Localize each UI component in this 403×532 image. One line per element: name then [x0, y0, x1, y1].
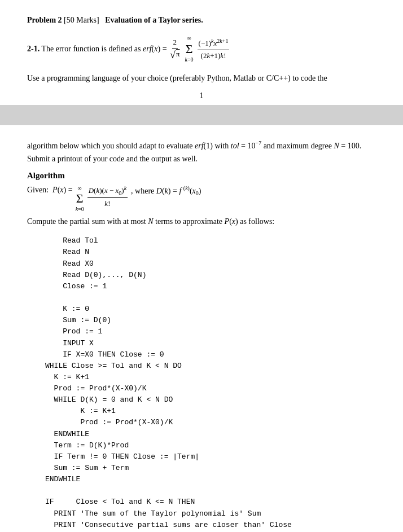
code-line-while2: WHILE D(K) = 0 and K < N DO — [45, 394, 376, 406]
problem-title: Problem 2 [50 Marks] Evaluation of a Tay… — [27, 16, 376, 25]
code-line-if-term: IF Term != 0 THEN Close := |Term| — [45, 451, 376, 463]
code-line-read-x0: Read X0 — [45, 258, 376, 270]
code-line-if-x: IF X=X0 THEN Close := 0 — [45, 349, 376, 360]
code-line-close: Close := 1 — [45, 281, 376, 292]
code-line-k0: K := 0 — [45, 304, 376, 315]
series-fraction: (−1)kx2k+1 (2k+1)k! — [198, 37, 230, 62]
code-line-endwhile1: ENDWHILE — [45, 429, 376, 440]
code-line-term: Term := D(K)*Prod — [45, 440, 376, 451]
code-line-prod: Prod := 1 — [45, 326, 376, 337]
sum-symbol-algo: ∞ Σ k=0 — [76, 184, 84, 213]
sum-symbol: ∞ Σ k=0 — [183, 34, 195, 64]
compute-line: Compute the partial sum with at most N t… — [27, 216, 376, 227]
code-line-sum2: Sum := Sum + Term — [45, 463, 376, 474]
code-line-endwhile2: ENDWHILE — [45, 474, 376, 485]
page: Problem 2 [50 Marks] Evaluation of a Tay… — [0, 0, 403, 532]
code-line-read-tol: Read Tol — [45, 235, 376, 247]
given-label: Given: P(x) = — [27, 184, 73, 196]
algo-intro: algorithm below which you should adapt t… — [27, 139, 376, 165]
algorithm-title: Algorithm — [27, 171, 376, 181]
code-line-read-d: Read D(0),..., D(N) — [45, 270, 376, 281]
algorithm-section: Algorithm Given: P(x) = ∞ Σ k=0 D(k)(x −… — [27, 171, 376, 532]
fraction-2-sqrt-pi: 2 √π — [169, 37, 181, 62]
section-label: 2-1. — [27, 45, 40, 53]
code-line-if2: IF Close < Tol and K <= N THEN — [45, 496, 376, 508]
code-line-k1: K := K+1 — [45, 372, 376, 383]
section-21: 2-1. The error function is defined as er… — [27, 30, 376, 69]
code-line-input-x: INPUT X — [45, 338, 376, 349]
use-text: Use a programming language of your choic… — [27, 72, 376, 85]
code-line-print1: PRINT 'The sum of the Taylor polynomial … — [45, 508, 376, 520]
page-number: 1 — [27, 91, 376, 100]
code-line-prod3: Prod := Prod*(X-X0)/K — [45, 417, 376, 428]
code-line-read-n: Read N — [45, 247, 376, 258]
problem-subtitle: Evaluation of a Taylor series. — [105, 16, 203, 24]
where-clause: , where D(k) = f (k)(x0) — [131, 184, 201, 197]
marks-label: [50 Marks] — [64, 16, 105, 24]
code-line-print2: PRINT 'Consecutive partial sums are clos… — [45, 520, 376, 531]
section-text: The error function is defined as erf(x) … — [41, 45, 169, 53]
code-line-k2: K := K+1 — [45, 406, 376, 417]
algo-fraction: D(k)(x − x0)k k! — [87, 184, 128, 209]
code-line-while1: WHILE Close >= Tol and K < N DO — [45, 360, 376, 372]
code-line-prod2: Prod := Prod*(X-X0)/K — [45, 383, 376, 394]
problem-number: Problem 2 — [27, 16, 62, 24]
gray-divider — [0, 105, 403, 125]
given-line: Given: P(x) = ∞ Σ k=0 D(k)(x − x0)k k! ,… — [27, 184, 376, 213]
code-block: Read Tol Read N Read X0 Read D(0),..., D… — [45, 235, 376, 532]
code-line-sum: Sum := D(0) — [45, 315, 376, 326]
